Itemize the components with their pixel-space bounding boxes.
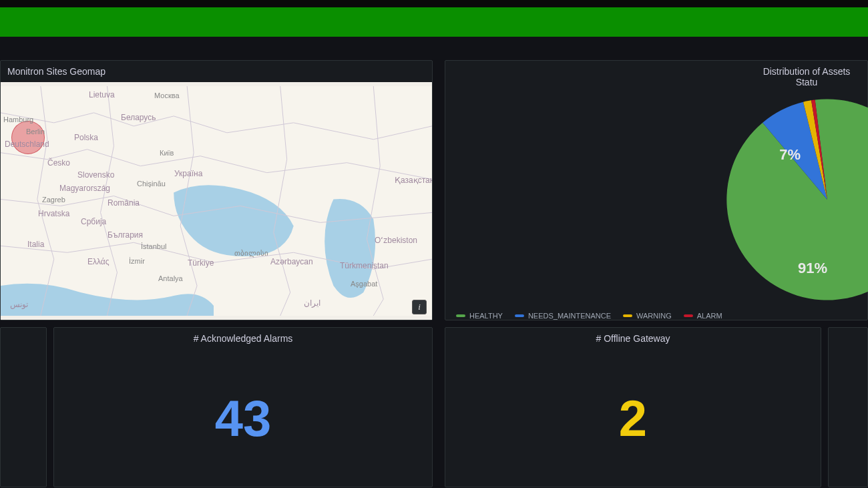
top-bar (0, 0, 868, 7)
map-label-izmir: İzmir (129, 257, 145, 265)
row2-left: # Acknowledged Alarms 43 (0, 327, 433, 487)
map-label-kazakhstan: Қазақстан (395, 176, 432, 185)
legend-swatch (623, 314, 632, 317)
map-label-kyiv: Київ (160, 149, 174, 157)
map-label-iran: ایران (304, 298, 320, 308)
map-label-slovensko: Slovensko (77, 170, 114, 180)
panel-title-offline-gateway: # Offline Gateway (445, 328, 821, 349)
legend-label: HEALTHY (469, 312, 503, 320)
panel-ack-alarms: # Acknowledged Alarms 43 (53, 327, 433, 487)
panel-title-geomap: Monitron Sites Geomap (1, 61, 432, 82)
panel-title-ack-alarms: # Acknowledged Alarms (54, 328, 432, 349)
map-label-hamburg: Hamburg (3, 115, 33, 124)
map-site-marker[interactable] (11, 121, 45, 154)
map-label-deutschland: Deutschland (5, 140, 49, 149)
map-label-zagreb: Zagreb (42, 196, 65, 204)
map-label-bulgaria: България (107, 230, 143, 240)
map-label-turkmenistan: Türkmenistan (340, 261, 389, 270)
map-label-chisinau: Chișinău (137, 180, 166, 188)
map-label-belarus: Беларусь (121, 113, 156, 122)
map-label-asgabat: Aşgabat (351, 280, 377, 288)
status-banner (0, 7, 868, 37)
stat-ack-alarms: 43 (54, 349, 432, 487)
legend-label: ALARM (697, 312, 722, 320)
map-label-lietuva: Lietuva (89, 90, 115, 99)
panel-offline-gateway: # Offline Gateway 2 (445, 327, 821, 487)
map-label-tbilisi: თბილისი (234, 249, 268, 258)
panel-stat-sliver-right (828, 327, 868, 487)
legend-label: WARNING (636, 312, 672, 320)
map-label-magyar: Magyarország (59, 184, 110, 193)
map-label-tounes: تونس (10, 300, 28, 309)
map-label-italia: Italia (27, 240, 44, 249)
pie-label-healthy: 91% (798, 260, 827, 277)
map-label-uzbekistan: Oʻzbekiston (375, 236, 417, 245)
map-label-istanbul: İstanbul (141, 242, 167, 250)
map-label-hrvatska: Hrvatska (38, 209, 69, 218)
map-label-moskva: Москва (154, 91, 180, 99)
panel-geomap: Monitron Sites Geomap (0, 60, 433, 320)
pie-chart[interactable]: 91% 7% (445, 93, 867, 306)
map-info-button[interactable]: i (412, 300, 427, 314)
legend-swatch (515, 314, 524, 317)
pie-label-maint: 7% (779, 146, 801, 164)
legend-item-healthy[interactable]: HEALTHY (456, 312, 503, 320)
dashboard-grid: Monitron Sites Geomap (0, 60, 868, 487)
legend-item-warning[interactable]: WARNING (623, 312, 672, 320)
map-label-azerbaijan: Azərbaycan (270, 257, 313, 266)
map-label-turkiye: Türkiye (188, 258, 214, 268)
map-label-berlin: Berlin (26, 128, 45, 136)
map-label-ellas: Ελλάς (87, 257, 110, 266)
map-label-romania: România (107, 198, 140, 208)
legend-item-maintenance[interactable]: NEEDS_MAINTENANCE (515, 312, 611, 320)
stat-offline-gateway: 2 (445, 349, 821, 487)
legend-swatch (456, 314, 465, 317)
panel-stat-sliver-left (0, 327, 47, 487)
map-label-antalya: Antalya (158, 274, 183, 282)
row2-right: # Offline Gateway 2 (445, 327, 868, 487)
pie-svg (714, 93, 868, 306)
panel-asset-distribution: Distribution of Assets Statu 91% 7% (445, 60, 868, 320)
legend-label: NEEDS_MAINTENANCE (528, 312, 611, 320)
info-icon: i (418, 302, 421, 312)
stat-value-offline-gateway: 2 (619, 389, 647, 447)
map-label-srbija: Србија (81, 217, 106, 226)
pie-legend: HEALTHY NEEDS_MAINTENANCE WARNING ALARM (445, 306, 867, 325)
map-label-cesko: Česko (47, 158, 70, 168)
panel-title-pie: Distribution of Assets Statu (445, 61, 867, 93)
legend-swatch (684, 314, 693, 317)
map-body[interactable]: Москва Lietuva Berlin Hamburg Deutschlan… (1, 82, 432, 320)
map-label-polska: Polska (74, 133, 98, 142)
stat-value-ack-alarms: 43 (215, 389, 272, 447)
map-label-ukraina: Україна (174, 169, 202, 178)
legend-item-alarm[interactable]: ALARM (684, 312, 722, 320)
